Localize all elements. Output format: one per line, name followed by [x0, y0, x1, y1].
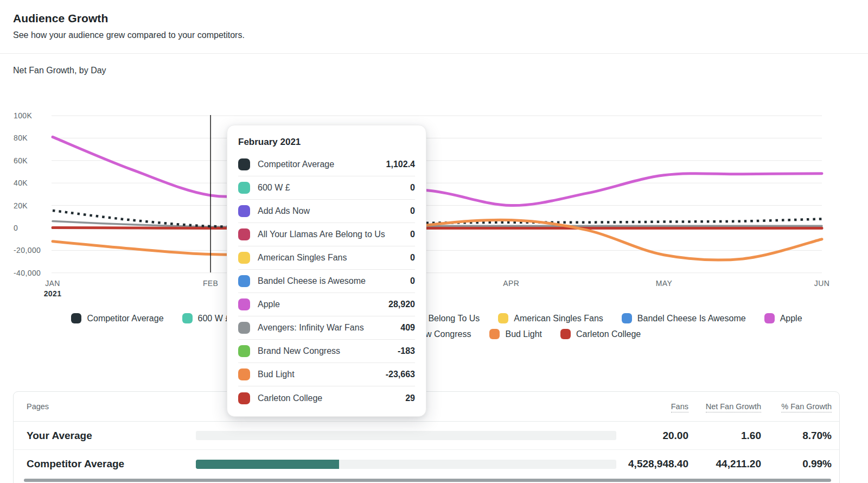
tooltip-series-value: 1,102.4 [386, 160, 415, 169]
series-swatch-icon [238, 182, 250, 194]
table-row-your-average: Your Average 20.00 1.60 8.70% [14, 422, 839, 450]
tooltip-row: Apple 28,920 [238, 293, 415, 316]
fans-bar-track [196, 431, 616, 440]
y-axis-label: 20K [14, 201, 28, 210]
fans-column-header[interactable]: Fans [616, 402, 688, 411]
net-fan-growth-value: 44,211.20 [688, 458, 761, 470]
tooltip-series-label: Brand New Congress [258, 346, 393, 356]
fans-bar-cell [196, 460, 616, 469]
x-axis-label: FEB [203, 279, 218, 288]
legend-swatch-icon [489, 329, 500, 339]
legend-item-label: Bandel Cheese Is Awesome [637, 314, 746, 323]
tooltip-series-value: 0 [410, 183, 415, 193]
tooltip-row: Avengers: Infinity War Fans 409 [238, 316, 415, 340]
legend-item-label: Apple [780, 314, 802, 323]
x-axis-year-label: 2021 [44, 289, 62, 298]
tooltip-series-value: -183 [398, 346, 415, 356]
tooltip-series-value: 29 [405, 393, 415, 403]
y-axis-label: -20,000 [14, 246, 41, 255]
net-fan-growth-column-header[interactable]: Net Fan Growth [688, 402, 761, 411]
legend-swatch-icon [560, 329, 571, 339]
legend-item-label: American Singles Fans [514, 314, 603, 323]
legend-item-600-w[interactable]: 600 W £ [182, 313, 231, 323]
net-fan-growth-value: 1.60 [688, 430, 761, 442]
y-axis-label: -40,000 [14, 269, 41, 277]
tooltip-series-label: All Your Llamas Are Belong to Us [258, 230, 406, 239]
series-swatch-icon [238, 298, 250, 310]
tooltip-series-label: American Singles Fans [258, 253, 406, 263]
tooltip-series-label: Bandel Cheese is Awesome [258, 276, 406, 286]
x-axis-label: JAN [45, 279, 60, 288]
net-fan-growth-column-header-label[interactable]: Net Fan Growth [706, 402, 761, 412]
pct-fan-growth-value: 8.70% [761, 430, 832, 442]
fans-value: 20.00 [616, 430, 688, 442]
legend-item-bandel-cheese[interactable]: Bandel Cheese Is Awesome [622, 313, 746, 323]
series-swatch-icon [238, 345, 250, 357]
series-swatch-icon [238, 368, 250, 380]
legend-item-american-singles-fans[interactable]: American Singles Fans [498, 313, 603, 323]
tooltip-series-label: 600 W £ [258, 183, 406, 193]
y-axis-label: 80K [14, 134, 28, 142]
series-swatch-icon [238, 205, 250, 217]
pct-fan-growth-column-header-label[interactable]: % Fan Growth [781, 402, 832, 412]
net-fan-growth-chart[interactable]: 100K80K60K40K20K0-20,000-40,000JAN2021FE… [0, 0, 868, 304]
series-line-carleton-college[interactable] [53, 228, 822, 228]
pct-fan-growth-column-header[interactable]: % Fan Growth [761, 402, 832, 411]
tooltip-series-label: Competitor Average [258, 160, 382, 169]
tooltip-row: Brand New Congress -183 [238, 340, 415, 363]
tooltip-title: February 2021 [238, 137, 415, 148]
x-axis-label: JUN [814, 279, 829, 288]
tooltip-series-value: -23,663 [386, 370, 415, 379]
legend-swatch-icon [182, 313, 193, 323]
table-horizontal-scrollbar[interactable] [24, 479, 831, 482]
x-axis-label: APR [503, 279, 519, 288]
legend-item-label: Competitor Average [87, 314, 163, 323]
tooltip-row: Competitor Average 1,102.4 [238, 153, 415, 176]
tooltip-row: Bud Light -23,663 [238, 363, 415, 386]
tooltip-row: American Singles Fans 0 [238, 246, 415, 270]
tooltip-row: 600 W £ 0 [238, 176, 415, 200]
series-line-apple[interactable] [53, 137, 822, 205]
table-row-competitor-average: Competitor Average 4,528,948.40 44,211.2… [14, 450, 839, 478]
legend-item-competitor-average[interactable]: Competitor Average [71, 313, 163, 323]
legend-swatch-icon [764, 313, 775, 323]
tooltip-series-label: Add Ads Now [258, 206, 406, 216]
pages-metrics-table: Pages Fans Net Fan Growth % Fan Growth Y… [13, 391, 840, 483]
legend-swatch-icon [622, 313, 632, 323]
tooltip-series-value: 0 [410, 230, 415, 239]
fans-column-header-label[interactable]: Fans [671, 402, 688, 412]
tooltip-series-label: Avengers: Infinity War Fans [258, 323, 396, 333]
y-axis-label: 0 [14, 224, 18, 232]
y-axis-label: 40K [14, 179, 28, 187]
row-name: Competitor Average [14, 458, 196, 470]
tooltip-series-label: Bud Light [258, 370, 381, 379]
y-axis-label: 60K [14, 156, 28, 165]
fans-value: 4,528,948.40 [616, 458, 688, 470]
legend-item-label: Carleton College [576, 329, 641, 339]
legend-item-carleton-college[interactable]: Carleton College [560, 329, 641, 339]
tooltip-row: Bandel Cheese is Awesome 0 [238, 270, 415, 293]
legend-item-apple[interactable]: Apple [764, 313, 802, 323]
legend-item-bud-light[interactable]: Bud Light [489, 329, 542, 339]
legend-swatch-icon [498, 313, 508, 323]
tooltip-series-value: 0 [410, 276, 415, 286]
pages-column-header: Pages [14, 402, 196, 411]
fans-bar-track [196, 460, 616, 469]
series-swatch-icon [238, 322, 250, 334]
series-swatch-icon [238, 252, 250, 264]
tooltip-series-label: Apple [258, 300, 384, 309]
tooltip-row: Carleton College 29 [238, 386, 415, 410]
legend-item-label: 600 W £ [198, 314, 231, 323]
tooltip-series-value: 0 [410, 253, 415, 263]
fans-bar-fill [196, 460, 339, 469]
legend-row-1: Competitor Average 600 W £ Add Ads Now A… [49, 313, 825, 323]
y-axis-label: 100K [14, 111, 33, 120]
fans-bar-cell [196, 431, 616, 440]
series-swatch-icon [238, 158, 250, 170]
table-header-row: Pages Fans Net Fan Growth % Fan Growth [14, 392, 839, 422]
tooltip-series-value: 409 [400, 323, 415, 333]
legend-row-2: Avengers: Infinity War Fans Brand New Co… [49, 329, 825, 339]
tooltip-series-label: Carleton College [258, 393, 401, 403]
x-axis-label: MAY [656, 279, 673, 288]
series-swatch-icon [238, 275, 250, 287]
